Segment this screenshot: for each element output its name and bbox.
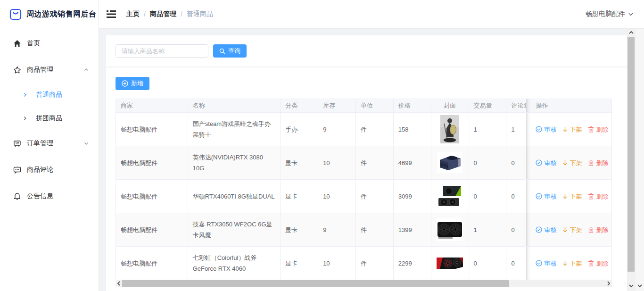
toolbar: 新增 [106, 67, 627, 99]
horizontal-scrollbar-thumb[interactable] [122, 280, 509, 287]
scroll-up-arrow-icon[interactable] [627, 29, 636, 36]
audit-link[interactable]: 审核 [536, 191, 556, 202]
outer-vertical-scrollbar[interactable] [636, 29, 644, 291]
delete-link[interactable]: 删除 [588, 258, 608, 269]
cell-category: 显卡 [281, 146, 318, 179]
cell-comments: 0 [506, 213, 526, 246]
sidebar-item-group-product[interactable]: 拼团商品 [0, 107, 99, 130]
hamburger-menu-icon[interactable] [107, 10, 116, 18]
check-circle-icon [536, 126, 542, 133]
chat-bubble-icon [13, 166, 21, 174]
search-icon [219, 48, 225, 54]
sidebar-item-home[interactable]: 首页 [0, 30, 99, 57]
home-icon [13, 40, 21, 48]
cell-actions: 审核 下架 删除 [526, 113, 611, 146]
cell-stock: 9 [318, 113, 356, 146]
cell-name: 国产steam游戏黑暗之魂手办黑骑士 [188, 113, 281, 146]
cell-name: 华硕RTX4060TI 8G独显DUAL [188, 180, 281, 213]
app-logo: 周边游戏销售网后台 [0, 0, 99, 28]
offshelf-link[interactable]: 下架 [562, 224, 582, 235]
vertical-scrollbar-thumb[interactable] [627, 37, 635, 272]
delete-link[interactable]: 删除 [588, 224, 608, 235]
cell-cover [431, 113, 469, 146]
scroll-down-arrow-icon[interactable] [636, 282, 644, 290]
cell-actions: 审核 下架 删除 [526, 180, 611, 213]
table-row: 畅想电脑配件 华硕RTX4060TI 8G独显DUAL 显卡 10 件 3099 [116, 180, 611, 213]
arrow-down-icon [562, 227, 568, 233]
breadcrumb-section[interactable]: 商品管理 [150, 10, 176, 18]
cell-merchant: 畅想电脑配件 [116, 146, 188, 179]
cell-name: 技嘉 RTX3050 WF2OC 6G显卡风魔 [188, 213, 281, 246]
scroll-left-arrow-icon[interactable] [116, 280, 122, 287]
cell-volume: 1 [469, 213, 507, 246]
trash-icon [588, 226, 594, 233]
audit-link[interactable]: 审核 [536, 124, 556, 135]
cell-comments: 0 [506, 146, 526, 179]
cell-unit: 件 [356, 113, 394, 146]
audit-link[interactable]: 审核 [536, 258, 556, 269]
cell-comments: 0 [506, 247, 526, 280]
sidebar-item-product-mgmt[interactable]: 商品管理 [0, 57, 99, 83]
audit-link[interactable]: 审核 [536, 224, 556, 235]
cell-actions: 审核 下架 删除 [526, 247, 611, 280]
plus-circle-icon [122, 80, 128, 87]
arrow-down-icon [562, 126, 568, 133]
delete-link[interactable]: 删除 [588, 191, 608, 202]
breadcrumb-home[interactable]: 主页 [126, 10, 140, 18]
chevron-up-icon [83, 67, 89, 73]
inner-vertical-scrollbar[interactable] [627, 29, 636, 291]
scroll-down-arrow-icon[interactable] [627, 282, 636, 290]
col-price: 价格 [394, 99, 431, 112]
breadcrumb-separator: / [181, 10, 182, 18]
cell-stock: 10 [318, 247, 356, 280]
products-table: 商家 名称 分类 库存 单位 价格 封面 交易量 评论量 操作 畅想电脑配件 国… [116, 99, 612, 280]
audit-link[interactable]: 审核 [536, 158, 556, 168]
cell-volume: 0 [469, 180, 507, 213]
cell-category: 手办 [281, 113, 318, 146]
arrow-down-icon [562, 260, 568, 266]
table-row: 畅想电脑配件 技嘉 RTX3050 WF2OC 6G显卡风魔 显卡 9 件 13… [116, 213, 611, 247]
check-circle-icon [536, 193, 542, 200]
search-section: 查询 [106, 35, 627, 67]
cell-category: 显卡 [281, 247, 318, 280]
board-icon [13, 140, 21, 148]
chevron-down-icon [628, 11, 634, 17]
sidebar: 周边游戏销售网后台 首页 商品管理 普通商品 [0, 0, 99, 291]
query-button[interactable]: 查询 [213, 44, 247, 58]
trash-icon [588, 260, 594, 266]
cell-cover [431, 180, 469, 213]
cell-comments: 0 [506, 180, 526, 213]
offshelf-link[interactable]: 下架 [562, 191, 582, 202]
star-icon [13, 66, 21, 74]
sidebar-item-product-comments[interactable]: 商品评论 [0, 157, 99, 183]
cell-volume: 1 [469, 113, 507, 146]
gpu-asus-dual-cover-image [436, 184, 464, 208]
cell-comments: 1 [506, 113, 526, 146]
offshelf-link[interactable]: 下架 [562, 158, 582, 168]
sidebar-item-normal-product[interactable]: 普通商品 [0, 83, 99, 107]
horizontal-scrollbar[interactable] [116, 280, 612, 287]
cell-actions: 审核 下架 删除 [526, 146, 611, 179]
delete-link[interactable]: 删除 [588, 124, 608, 135]
app-title: 周边游戏销售网后台 [26, 9, 97, 19]
topbar: 主页 / 商品管理 / 普通商品 畅想电脑配件 [99, 0, 644, 29]
sidebar-item-announcements[interactable]: 公告信息 [0, 183, 99, 209]
content-card: 查询 新增 商家 名称 分类 库存 单位 价格 封面 交易量 评论量 [106, 35, 627, 291]
cell-merchant: 畅想电脑配件 [116, 213, 188, 246]
add-button[interactable]: 新增 [116, 77, 149, 90]
cell-price: 2299 [394, 247, 431, 280]
cell-cover [431, 247, 469, 280]
cell-name: 英伟达(NVIDIA)RTX 3080 10G [188, 146, 281, 179]
user-dropdown[interactable]: 畅想电脑配件 [586, 10, 634, 18]
cell-merchant: 畅想电脑配件 [116, 113, 188, 146]
offshelf-link[interactable]: 下架 [562, 258, 582, 269]
col-category: 分类 [281, 99, 318, 112]
sidebar-item-order-mgmt[interactable]: 订单管理 [0, 130, 99, 157]
offshelf-link[interactable]: 下架 [562, 124, 582, 135]
delete-link[interactable]: 删除 [588, 158, 608, 168]
cell-price: 3099 [394, 180, 431, 213]
table-header-row: 商家 名称 分类 库存 单位 价格 封面 交易量 评论量 操作 [116, 99, 611, 113]
search-input[interactable] [116, 44, 208, 58]
cell-merchant: 畅想电脑配件 [116, 180, 188, 213]
scroll-right-arrow-icon[interactable] [605, 280, 612, 287]
